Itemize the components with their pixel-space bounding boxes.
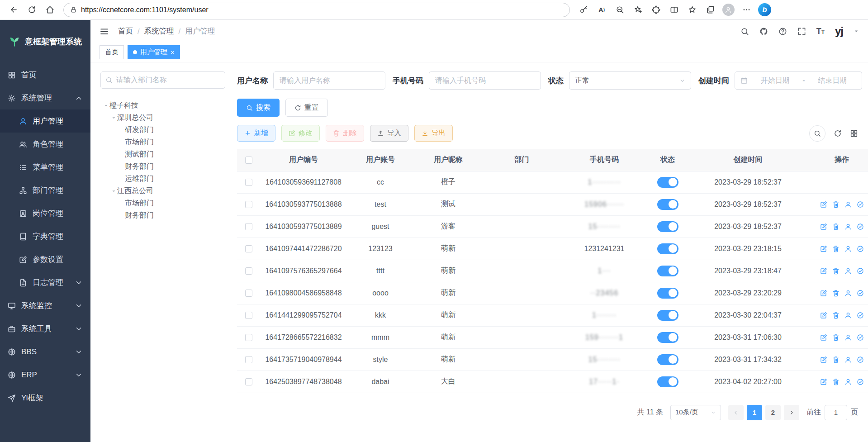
user-menu-caret-icon[interactable] [854, 29, 859, 34]
caret-down-icon[interactable] [110, 189, 117, 194]
status-toggle[interactable] [657, 310, 678, 321]
search-button[interactable]: 搜索 [237, 99, 280, 117]
delete-icon[interactable] [832, 267, 840, 275]
sidebar-item-erp[interactable]: ERP [0, 363, 90, 386]
status-toggle[interactable] [657, 199, 678, 210]
browser-menu-icon[interactable] [738, 2, 754, 18]
next-page-button[interactable] [784, 405, 799, 420]
goto-page-input[interactable] [825, 405, 847, 420]
reset-password-icon[interactable] [844, 223, 852, 230]
export-button[interactable]: 导出 [414, 125, 453, 142]
sidebar-item-user-management[interactable]: 用户管理 [0, 109, 90, 133]
tree-node[interactable]: 研发部门 [100, 124, 225, 136]
row-checkbox[interactable] [245, 378, 252, 385]
reset-password-icon[interactable] [844, 334, 852, 341]
status-toggle[interactable] [657, 376, 678, 387]
assign-role-icon[interactable] [857, 223, 864, 230]
reset-password-icon[interactable] [844, 378, 852, 385]
bing-icon[interactable]: b [758, 3, 771, 16]
status-toggle[interactable] [657, 332, 678, 343]
collections-icon[interactable] [702, 2, 718, 18]
header-search-icon[interactable] [740, 27, 749, 36]
status-toggle[interactable] [657, 221, 678, 232]
sidebar-item-role-management[interactable]: 角色管理 [0, 133, 90, 156]
sidebar-item-department-management[interactable]: 部门管理 [0, 179, 90, 202]
browser-back-icon[interactable] [5, 2, 22, 18]
sidebar-item-menu-management[interactable]: 菜单管理 [0, 156, 90, 179]
extensions-icon[interactable] [648, 2, 664, 18]
reset-password-icon[interactable] [844, 267, 852, 275]
username-input[interactable] [273, 71, 385, 90]
zoom-icon[interactable] [612, 2, 628, 18]
browser-refresh-icon[interactable] [24, 2, 40, 18]
breadcrumb-item[interactable]: 首页 [118, 26, 133, 36]
reset-password-icon[interactable] [844, 356, 852, 363]
row-checkbox[interactable] [245, 245, 252, 252]
delete-icon[interactable] [832, 223, 840, 230]
page-size-select[interactable]: 10条/页 [670, 405, 721, 420]
sidebar-toggle-icon[interactable] [100, 27, 109, 36]
assign-role-icon[interactable] [857, 312, 864, 319]
dept-search-input[interactable] [100, 71, 225, 89]
edit-icon[interactable] [820, 267, 827, 275]
sidebar-item-system-management[interactable]: 系统管理 [0, 86, 90, 109]
prev-page-button[interactable] [728, 405, 744, 420]
row-checkbox[interactable] [245, 223, 252, 230]
row-checkbox[interactable] [245, 201, 252, 208]
assign-role-icon[interactable] [857, 334, 864, 341]
caret-down-icon[interactable] [102, 103, 109, 108]
caret-down-icon[interactable] [110, 115, 117, 120]
status-toggle[interactable] [657, 243, 678, 254]
tree-node[interactable]: 深圳总公司 [100, 112, 225, 124]
font-size-icon[interactable]: TT [816, 27, 825, 36]
select-all-checkbox[interactable] [245, 157, 252, 164]
tree-node[interactable]: 测试部门 [100, 148, 225, 161]
tree-node[interactable]: 运维部门 [100, 173, 225, 185]
edit-icon[interactable] [820, 290, 827, 297]
page-number-button[interactable]: 1 [747, 405, 762, 420]
row-checkbox[interactable] [245, 290, 252, 297]
table-search-icon[interactable] [809, 125, 825, 142]
tree-node[interactable]: 财务部门 [100, 161, 225, 173]
delete-icon[interactable] [832, 334, 840, 341]
sidebar-item-yi-framework[interactable]: Yi框架 [0, 386, 90, 409]
column-settings-icon[interactable] [850, 129, 858, 138]
assign-role-icon[interactable] [857, 201, 864, 208]
reset-button[interactable]: 重置 [285, 99, 328, 117]
delete-icon[interactable] [832, 201, 840, 208]
delete-button[interactable]: 删除 [326, 125, 364, 142]
reset-password-icon[interactable] [844, 245, 852, 252]
breadcrumb-item[interactable]: 系统管理 [144, 26, 174, 36]
assign-role-icon[interactable] [857, 378, 864, 385]
delete-icon[interactable] [832, 356, 840, 363]
edit-icon[interactable] [820, 223, 827, 230]
user-avatar[interactable]: yj [835, 25, 843, 38]
row-checkbox[interactable] [245, 334, 252, 341]
reset-password-icon[interactable] [844, 201, 852, 208]
help-icon[interactable] [778, 27, 787, 36]
edit-icon[interactable] [820, 201, 827, 208]
browser-profile-avatar[interactable] [720, 2, 736, 18]
delete-icon[interactable] [832, 378, 840, 385]
page-number-button[interactable]: 2 [765, 405, 781, 420]
split-screen-icon[interactable] [666, 2, 682, 18]
tree-node[interactable]: 市场部门 [100, 136, 225, 148]
tree-node[interactable]: 财务部门 [100, 209, 225, 222]
import-button[interactable]: 导入 [370, 125, 408, 142]
tree-node[interactable]: 江西总公司 [100, 185, 225, 197]
row-checkbox[interactable] [245, 312, 252, 319]
reset-password-icon[interactable] [844, 290, 852, 297]
edit-icon[interactable] [820, 378, 827, 385]
sidebar-item-bbs[interactable]: BBS [0, 340, 90, 363]
browser-home-icon[interactable] [42, 2, 58, 18]
favorites-bar-icon[interactable] [684, 2, 700, 18]
edit-icon[interactable] [820, 356, 827, 363]
row-checkbox[interactable] [245, 179, 252, 186]
reset-password-icon[interactable] [844, 312, 852, 319]
assign-role-icon[interactable] [857, 267, 864, 275]
status-toggle[interactable] [657, 354, 678, 365]
tree-node[interactable]: 橙子科技 [100, 100, 225, 112]
edit-icon[interactable] [820, 312, 827, 319]
delete-icon[interactable] [832, 312, 840, 319]
github-icon[interactable] [759, 27, 768, 36]
